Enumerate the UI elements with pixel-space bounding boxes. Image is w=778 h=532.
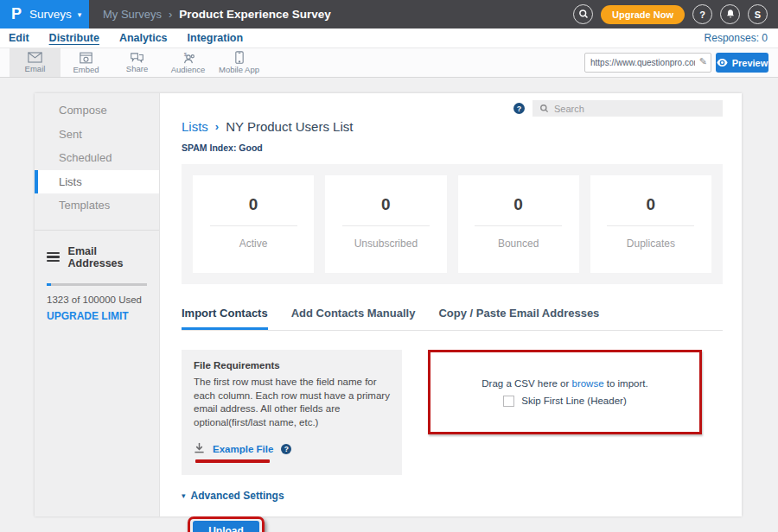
channel-label: Email [25,64,46,73]
list-icon [47,252,60,263]
file-requirements-title: File Requirements [194,360,390,370]
email-sidebar: Compose Sent Scheduled Lists Templates E… [35,93,160,516]
browse-link[interactable]: browse [571,378,603,389]
channel-embed[interactable]: Embed [61,48,112,77]
stat-label: Active [193,238,314,250]
preview-label: Preview [732,58,768,68]
breadcrumb-my-surveys[interactable]: My Surveys [103,8,162,21]
help-icon[interactable]: ? [281,444,291,454]
stat-card-unsubscribed: 0 Unsubscribed [325,175,446,273]
channel-label: Embed [73,65,99,74]
search-input[interactable] [554,104,701,114]
skip-first-line-checkbox[interactable] [503,396,514,407]
upload-button[interactable]: Upload [193,521,259,532]
tab-copy-paste-email-addresses[interactable]: Copy / Paste Email Addresses [438,307,599,330]
skip-first-line-row: Skip First Line (Header) [503,396,626,407]
email-addresses-section: Email Addresses 1323 of 100000 Used UPGR… [35,231,159,322]
stat-value: 0 [590,195,711,214]
example-file-link[interactable]: Example File [213,444,273,454]
dropzone-instruction: Drag a CSV here or browse to import. [481,378,647,389]
email-sidebar-menu: Compose Sent Scheduled Lists Templates [35,93,159,218]
page-title: Product Experience Survey [179,8,331,21]
search-field [532,100,723,117]
nav-analytics[interactable]: Analytics [119,29,168,47]
product-menu-label: Surveys [29,8,72,21]
bell-icon [725,9,736,21]
nav-distribute[interactable]: Distribute [49,29,99,47]
questionpro-logo: P [11,5,22,23]
stat-divider [342,225,430,226]
stat-divider [475,225,562,226]
eye-icon [717,58,728,68]
edit-pencil-icon[interactable]: ✎ [699,56,707,67]
stat-label: Bounced [458,238,579,250]
tab-add-contacts-manually[interactable]: Add Contacts Manually [291,307,416,330]
chevron-right-icon: › [215,120,219,133]
survey-url-input[interactable] [584,53,711,73]
avatar-initial: S [755,10,761,20]
advanced-settings-toggle[interactable]: ▾ Advanced Settings [182,490,723,502]
channel-share[interactable]: Share [112,48,163,77]
sidebar-item-scheduled[interactable]: Scheduled [35,146,159,170]
usage-progress-bar [47,283,147,286]
breadcrumb-lists-link[interactable]: Lists [182,119,208,134]
sidebar-item-templates[interactable]: Templates [35,193,159,218]
upgrade-now-label: Upgrade Now [612,10,673,20]
stat-value: 0 [458,195,579,214]
sidebar-item-sent[interactable]: Sent [35,123,159,147]
channel-email[interactable]: Email [10,48,61,77]
stat-card-bounced: 0 Bounced [458,175,579,273]
stat-card-duplicates: 0 Duplicates [590,175,711,273]
magnifier-icon [539,101,549,117]
caret-down-icon: ▾ [182,491,186,500]
surveys-product-menu[interactable]: P Surveys ▾ [0,0,89,28]
upgrade-now-button[interactable]: Upgrade Now [601,5,685,24]
usage-text: 1323 of 100000 Used [47,294,147,305]
email-addresses-header: Email Addresses [47,245,147,269]
sidebar-item-compose[interactable]: Compose [35,98,159,123]
import-contacts-content: File Requirements The first row must hav… [182,350,723,475]
breadcrumb-current-list: NY Product Users List [226,119,353,134]
skip-first-line-label: Skip First Line (Header) [521,396,626,406]
email-distribution-panel: Compose Sent Scheduled Lists Templates E… [35,93,742,516]
help-icon: ? [699,10,705,20]
usage-progress-fill [47,283,51,286]
preview-button[interactable]: Preview [716,53,768,73]
spam-index-label: SPAM Index: Good [182,142,723,153]
stat-label: Unsubscribed [325,238,446,250]
tab-import-contacts[interactable]: Import Contacts [182,307,268,330]
dropzone-text-before: Drag a CSV here or [481,378,571,389]
email-icon [28,52,42,63]
list-search-row: ? [513,100,723,117]
list-stats-cards: 0 Active 0 Unsubscribed 0 Bounced 0 Dupl… [182,164,723,284]
channel-label: Audience [171,65,206,74]
sidebar-item-lists[interactable]: Lists [35,170,159,194]
survey-nav: Edit Distribute Analytics Integration Re… [0,28,778,48]
embed-icon [80,52,92,64]
search-button[interactable] [573,4,593,24]
breadcrumb: My Surveys › Product Experience Survey [103,8,331,21]
channel-mobile-app[interactable]: Mobile App [214,48,265,77]
topbar-actions: Upgrade Now ? S [573,0,768,28]
channel-label: Share [126,64,148,73]
file-requirements-box: File Requirements The first row must hav… [182,350,402,475]
lists-main-area: ? Lists › NY Product Users List SPAM Ind… [160,93,742,516]
upgrade-limit-link[interactable]: UPGRADE LIMIT [47,310,147,322]
annotation-example-file-underline [195,459,270,463]
download-icon [194,441,205,457]
nav-edit[interactable]: Edit [9,29,29,47]
annotation-csv-dropzone-highlight[interactable]: Drag a CSV here or browse to import. Ski… [428,350,702,434]
nav-integration[interactable]: Integration [188,29,244,47]
stat-card-active: 0 Active [193,175,314,273]
advanced-settings-label: Advanced Settings [191,490,284,502]
file-requirements-body: The first row must have the field name f… [194,376,390,429]
stat-value: 0 [325,195,446,214]
breadcrumb-separator: › [169,8,172,21]
contacts-tabs: Import Contacts Add Contacts Manually Co… [182,307,723,331]
help-button[interactable]: ? [692,4,712,24]
avatar[interactable]: S [748,4,768,24]
responses-count[interactable]: Responses: 0 [705,32,768,44]
notifications-button[interactable] [720,4,740,24]
channel-audience[interactable]: $ Audience [163,48,214,77]
help-icon[interactable]: ? [513,103,525,114]
